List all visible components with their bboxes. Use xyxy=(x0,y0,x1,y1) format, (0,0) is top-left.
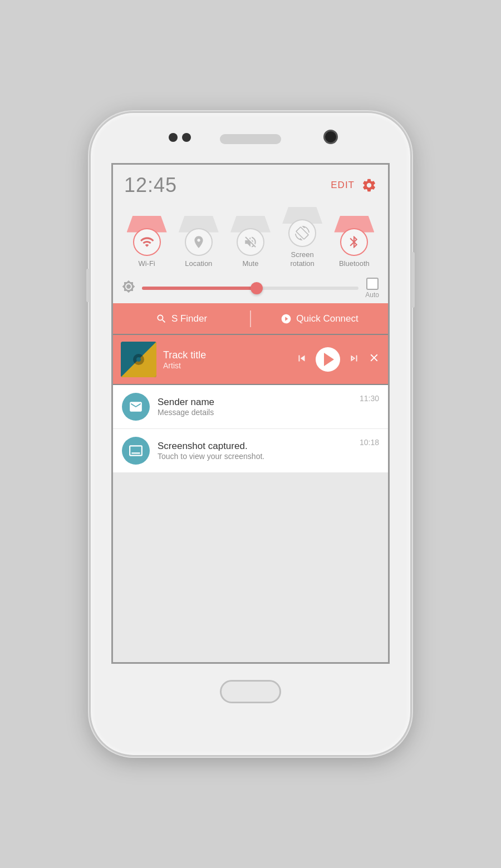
play-button[interactable] xyxy=(316,347,340,372)
slider-fill xyxy=(142,287,257,290)
auto-label: Auto xyxy=(365,291,379,299)
screenshot-time: 10:18 xyxy=(360,438,379,447)
mute-icon xyxy=(243,235,258,249)
toggle-location[interactable]: Location xyxy=(178,216,220,268)
screenshot-icon xyxy=(129,443,143,458)
sfinder-button[interactable]: S Finder xyxy=(113,303,250,334)
brightness-slider[interactable] xyxy=(142,287,358,290)
dot-2 xyxy=(182,133,191,142)
prev-button[interactable] xyxy=(296,352,308,367)
phone-device: 12:45 EDIT xyxy=(89,111,412,757)
screenshot-icon-bg xyxy=(122,437,150,465)
svg-point-3 xyxy=(136,357,141,362)
wifi-label: Wi-Fi xyxy=(138,259,155,268)
auto-checkbox xyxy=(366,278,379,290)
phone-bottom-area xyxy=(91,664,410,719)
play-triangle xyxy=(324,353,334,366)
toggle-screen-rotation[interactable]: Screen rotation xyxy=(281,207,323,268)
artist-name: Artist xyxy=(163,361,289,370)
bluetooth-label: Bluetooth xyxy=(339,259,370,268)
header-row: 12:45 EDIT xyxy=(113,165,388,201)
front-camera xyxy=(323,130,338,144)
message-content: Sender name Message details xyxy=(158,397,352,417)
music-info: Track title Artist xyxy=(163,349,289,370)
bluetooth-medal xyxy=(334,216,374,256)
time-display: 12:45 xyxy=(124,174,177,197)
wifi-icon xyxy=(140,235,154,249)
auto-brightness-toggle[interactable]: Auto xyxy=(365,278,379,299)
dot-1 xyxy=(169,133,178,142)
rotation-medal xyxy=(282,207,322,247)
notification-panel: 12:45 EDIT xyxy=(113,165,388,473)
location-label: Location xyxy=(185,259,212,268)
search-icon xyxy=(156,313,167,324)
speaker-dots xyxy=(169,133,191,142)
power-button[interactable] xyxy=(411,252,415,308)
volume-button[interactable] xyxy=(86,269,90,302)
mute-label: Mute xyxy=(243,259,259,268)
next-button[interactable] xyxy=(348,352,360,367)
message-icon-bg xyxy=(122,393,150,421)
quickconnect-button[interactable]: Quick Connect xyxy=(251,303,388,334)
bluetooth-icon xyxy=(347,235,361,249)
mute-medal xyxy=(230,216,271,256)
screenshot-title: Screenshot captured. xyxy=(158,441,352,452)
message-notification[interactable]: Sender name Message details 11:30 xyxy=(113,385,388,429)
message-sender: Sender name xyxy=(158,397,352,408)
close-music-button[interactable] xyxy=(368,352,380,367)
edit-button[interactable]: EDIT xyxy=(331,180,355,191)
phone-top-area xyxy=(91,113,410,163)
brightness-icon xyxy=(122,280,135,297)
screen-rotation-label: Screen rotation xyxy=(290,250,314,268)
screenshot-detail: Touch to view your screenshot. xyxy=(158,452,352,461)
track-title: Track title xyxy=(163,349,289,361)
location-medal xyxy=(179,216,219,256)
message-time: 11:30 xyxy=(360,394,379,403)
screenshot-content: Screenshot captured. Touch to view your … xyxy=(158,441,352,461)
toggle-wifi[interactable]: Wi-Fi xyxy=(126,216,168,268)
location-icon xyxy=(191,235,206,249)
home-button[interactable] xyxy=(220,680,281,703)
earpiece xyxy=(220,134,281,144)
quickconnect-icon xyxy=(281,313,292,324)
phone-screen: 12:45 EDIT xyxy=(111,163,390,664)
wifi-medal xyxy=(127,216,167,256)
brightness-row: Auto xyxy=(113,273,388,303)
quickconnect-label: Quick Connect xyxy=(296,313,358,324)
screenshot-notification[interactable]: Screenshot captured. Touch to view your … xyxy=(113,429,388,473)
sfinder-label: S Finder xyxy=(171,313,207,324)
finder-bar: S Finder Quick Connect xyxy=(113,303,388,334)
rotation-icon xyxy=(295,226,310,240)
envelope-icon xyxy=(129,400,143,414)
toggle-mute[interactable]: Mute xyxy=(229,216,272,268)
header-actions: EDIT xyxy=(331,177,377,193)
slider-thumb xyxy=(250,282,263,294)
toggle-bluetooth[interactable]: Bluetooth xyxy=(333,216,375,268)
message-detail: Message details xyxy=(158,408,352,417)
settings-icon[interactable] xyxy=(361,177,377,193)
album-art xyxy=(121,342,156,377)
music-notification[interactable]: Track title Artist xyxy=(113,334,388,385)
music-controls xyxy=(296,347,380,372)
quick-toggles-row: Wi-Fi Location xyxy=(113,201,388,273)
